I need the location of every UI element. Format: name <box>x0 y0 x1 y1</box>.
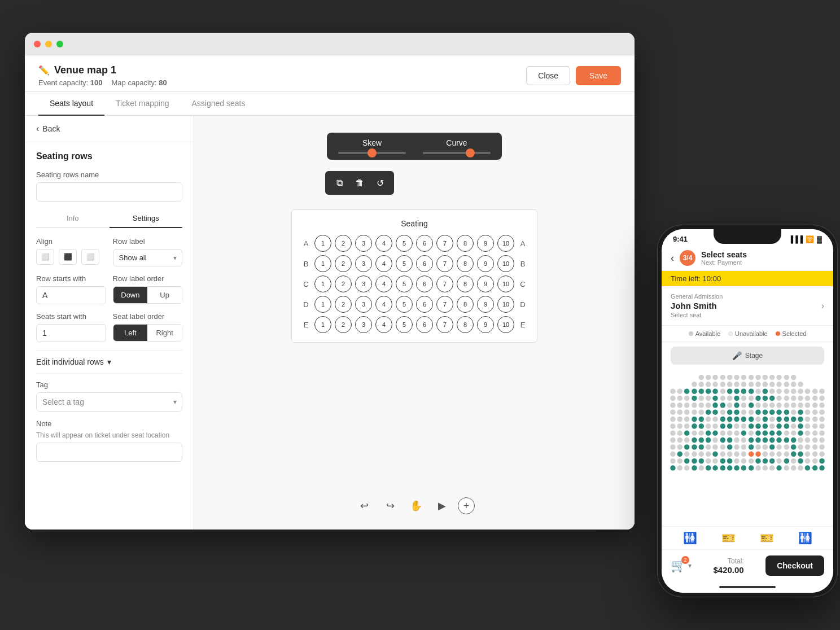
map-seat[interactable] <box>777 458 782 464</box>
map-seat[interactable] <box>720 396 725 401</box>
map-seat[interactable] <box>670 431 676 436</box>
map-seat[interactable] <box>727 458 733 464</box>
map-seat[interactable] <box>798 417 803 422</box>
map-seat[interactable] <box>763 403 768 408</box>
map-seat[interactable] <box>713 403 719 408</box>
map-seat[interactable] <box>805 431 811 436</box>
seat[interactable]: 1 <box>314 235 331 252</box>
map-seat[interactable] <box>741 409 747 415</box>
seat[interactable]: 10 <box>497 255 514 272</box>
cart-icon-wrapper[interactable]: 🛒 2 <box>671 558 686 573</box>
map-seat[interactable] <box>763 423 768 429</box>
seat[interactable]: 7 <box>436 296 453 313</box>
map-seat[interactable] <box>798 382 803 387</box>
map-seat[interactable] <box>698 423 704 429</box>
map-seat[interactable] <box>798 409 803 415</box>
map-seat[interactable] <box>769 423 775 429</box>
map-seat[interactable] <box>734 403 740 408</box>
seat[interactable]: 10 <box>497 235 514 252</box>
map-seat[interactable] <box>755 396 761 401</box>
map-seat[interactable] <box>784 403 789 408</box>
map-seat[interactable] <box>727 382 733 387</box>
map-seat[interactable] <box>798 444 803 450</box>
map-seat[interactable] <box>684 417 690 422</box>
map-seat[interactable] <box>784 417 789 422</box>
map-seat[interactable] <box>755 438 761 443</box>
map-seat[interactable] <box>713 465 719 471</box>
map-seat[interactable] <box>670 465 676 471</box>
map-seat[interactable] <box>677 403 683 408</box>
map-seat[interactable] <box>720 465 725 471</box>
map-seat[interactable] <box>748 382 754 387</box>
close-traffic-light[interactable] <box>34 41 41 47</box>
map-seat[interactable] <box>763 438 768 443</box>
map-seat[interactable] <box>777 438 782 443</box>
map-seat[interactable] <box>777 417 782 422</box>
seat[interactable]: 10 <box>497 316 514 333</box>
seat[interactable]: 4 <box>375 316 392 333</box>
seat[interactable]: 3 <box>355 255 372 272</box>
seat-label-right-button[interactable]: Right <box>147 325 182 341</box>
note-input[interactable] <box>36 443 182 462</box>
map-seat[interactable] <box>819 396 825 401</box>
map-seat[interactable] <box>734 438 740 443</box>
cart-expand-icon[interactable]: ▾ <box>688 562 692 570</box>
map-seat[interactable] <box>677 444 683 450</box>
map-seat[interactable] <box>763 452 768 457</box>
map-seat[interactable] <box>812 375 818 380</box>
map-seat[interactable] <box>812 444 818 450</box>
map-seat[interactable] <box>684 396 690 401</box>
seat[interactable]: 8 <box>457 316 474 333</box>
align-right-button[interactable]: ⬜ <box>81 249 99 265</box>
map-seat[interactable] <box>677 375 683 380</box>
map-seat[interactable] <box>698 403 704 408</box>
map-seat[interactable] <box>777 396 782 401</box>
map-seat[interactable] <box>784 388 789 394</box>
sub-tab-settings[interactable]: Settings <box>110 209 183 228</box>
seat-label-left-button[interactable]: Left <box>113 325 148 341</box>
map-seat[interactable] <box>812 409 818 415</box>
map-seat[interactable] <box>748 465 754 471</box>
map-seat[interactable] <box>713 375 719 380</box>
map-seat[interactable] <box>769 417 775 422</box>
map-seat[interactable] <box>777 431 782 436</box>
save-button[interactable]: Save <box>576 66 621 85</box>
map-seat[interactable] <box>741 465 747 471</box>
map-seat[interactable] <box>727 409 733 415</box>
map-seat[interactable] <box>692 382 697 387</box>
map-seat[interactable] <box>684 409 690 415</box>
map-seat[interactable] <box>692 375 697 380</box>
map-seat[interactable] <box>805 388 811 394</box>
map-seat[interactable] <box>698 452 704 457</box>
map-seat[interactable] <box>805 403 811 408</box>
map-seat[interactable] <box>720 423 725 429</box>
seat[interactable]: 1 <box>314 296 331 313</box>
map-seat[interactable] <box>706 458 711 464</box>
map-seat[interactable] <box>784 444 789 450</box>
map-seat[interactable] <box>748 388 754 394</box>
phone-ticket-info[interactable]: General Admission John Smith Select seat… <box>662 286 833 326</box>
curve-slider[interactable] <box>423 152 491 154</box>
map-seat[interactable] <box>812 423 818 429</box>
seat[interactable]: 6 <box>416 316 433 333</box>
map-seat[interactable] <box>755 382 761 387</box>
copy-tool-button[interactable]: ⧉ <box>330 174 349 191</box>
map-seat[interactable] <box>713 444 719 450</box>
map-seat[interactable] <box>812 458 818 464</box>
map-seat[interactable] <box>777 452 782 457</box>
map-seat[interactable] <box>677 417 683 422</box>
map-seat[interactable] <box>769 403 775 408</box>
map-seat[interactable] <box>755 403 761 408</box>
map-seat[interactable] <box>763 444 768 450</box>
seat[interactable]: 5 <box>396 316 413 333</box>
map-seat[interactable] <box>805 458 811 464</box>
map-seat[interactable] <box>748 458 754 464</box>
map-seat[interactable] <box>692 458 697 464</box>
map-seat[interactable] <box>769 396 775 401</box>
map-seat[interactable] <box>777 423 782 429</box>
map-seat[interactable] <box>734 423 740 429</box>
map-seat[interactable] <box>677 452 683 457</box>
map-seat[interactable] <box>791 444 797 450</box>
map-seat[interactable] <box>791 403 797 408</box>
map-seat[interactable] <box>769 452 775 457</box>
